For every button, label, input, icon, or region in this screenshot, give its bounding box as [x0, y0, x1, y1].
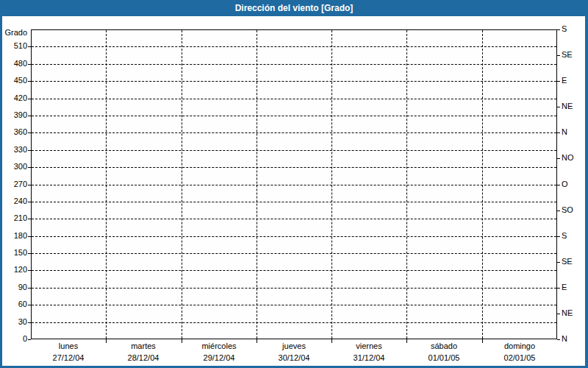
x-day-label: sábado	[406, 342, 481, 351]
y-right-tick	[557, 185, 560, 185]
y-tick-label-left: 120	[0, 265, 27, 275]
h-gridline	[32, 132, 556, 133]
h-gridline	[32, 288, 556, 289]
y-tick-label-left: 450	[0, 76, 27, 85]
y-right-tick	[557, 314, 560, 314]
chart-canvas: 0306090120150180210240270300330360390420…	[0, 0, 588, 368]
x-day-label: martes	[106, 342, 181, 351]
y-left-tick	[28, 339, 31, 340]
y-tick-label-right: NE	[562, 102, 573, 111]
x-date-label: 28/12/04	[106, 353, 181, 363]
y-tick-label-left: 300	[0, 162, 27, 171]
chart-window: Dirección del viento [Grado] 03060901201…	[0, 0, 588, 368]
y-right-tick	[557, 236, 560, 237]
y-left-tick	[28, 46, 31, 47]
y-right-tick	[557, 210, 560, 211]
y-left-tick	[28, 236, 31, 237]
x-date-label: 01/01/05	[406, 353, 481, 363]
y-left-tick	[28, 288, 31, 289]
x-day-label: lunes	[31, 342, 106, 351]
h-gridline	[32, 116, 556, 116]
v-gridline	[182, 30, 182, 339]
y-right-tick	[557, 132, 560, 133]
h-gridline	[32, 167, 556, 168]
h-gridline	[32, 46, 556, 47]
y-tick-label-left: 180	[0, 231, 27, 241]
y-left-tick	[28, 219, 31, 219]
y-left-tick	[28, 253, 31, 254]
y-tick-label-left: 240	[0, 197, 27, 206]
h-gridline	[32, 253, 556, 254]
y-right-tick	[557, 55, 560, 56]
v-gridline	[106, 30, 107, 339]
y-tick-label-left: 420	[0, 93, 27, 103]
y-right-tick	[557, 29, 560, 30]
y-tick-label-left: 390	[0, 110, 27, 120]
y-left-tick	[28, 116, 31, 116]
y-tick-label-right: SO	[562, 205, 573, 215]
y-axis-title: Grado	[0, 28, 27, 38]
x-date-label: 02/01/05	[482, 353, 557, 363]
y-tick-label-right: N	[562, 127, 567, 137]
h-gridline	[32, 219, 556, 219]
v-gridline	[257, 30, 257, 339]
v-gridline	[331, 30, 332, 339]
x-date-label: 31/12/04	[331, 353, 406, 363]
y-tick-label-right: SE	[562, 257, 573, 266]
y-tick-label-left: 0	[0, 334, 27, 344]
h-gridline	[32, 305, 556, 305]
y-left-tick	[28, 132, 31, 133]
x-date-label: 29/12/04	[182, 353, 257, 363]
h-gridline	[32, 322, 556, 323]
y-tick-label-left: 480	[0, 59, 27, 68]
h-gridline	[32, 185, 556, 185]
y-tick-label-right: S	[562, 231, 567, 241]
y-left-tick	[28, 305, 31, 305]
y-tick-label-left: 210	[0, 213, 27, 223]
y-tick-label-left: 150	[0, 248, 27, 258]
y-left-tick	[28, 322, 31, 323]
y-left-tick	[28, 167, 31, 168]
y-tick-label-left: 90	[0, 283, 27, 292]
y-tick-label-left: 270	[0, 180, 27, 189]
y-left-tick	[28, 150, 31, 151]
h-gridline	[32, 99, 556, 99]
y-tick-label-left: 30	[0, 317, 27, 327]
h-gridline	[32, 64, 556, 65]
x-day-label: miércoles	[182, 342, 257, 351]
x-day-label: viernes	[331, 342, 406, 351]
y-right-tick	[557, 81, 560, 82]
y-tick-label-right: S	[562, 24, 567, 34]
y-tick-label-right: SE	[562, 50, 573, 60]
y-right-tick	[557, 158, 560, 159]
y-tick-label-left: 60	[0, 300, 27, 309]
y-left-tick	[28, 202, 31, 202]
y-tick-label-right: O	[562, 180, 568, 189]
y-right-tick	[557, 107, 560, 107]
x-date-label: 30/12/04	[257, 353, 331, 363]
v-gridline	[482, 30, 483, 339]
y-right-tick	[557, 262, 560, 263]
v-gridline	[406, 30, 407, 339]
y-right-tick	[557, 288, 560, 289]
y-right-tick	[557, 339, 560, 340]
y-tick-label-left: 330	[0, 145, 27, 155]
y-tick-label-right: NE	[562, 308, 573, 318]
h-gridline	[32, 202, 556, 202]
x-date-label: 27/12/04	[31, 353, 106, 363]
y-tick-label-right: E	[562, 76, 567, 85]
x-day-label: jueves	[257, 342, 331, 351]
y-tick-label-left: 360	[0, 127, 27, 137]
y-tick-label-right: NO	[562, 153, 574, 163]
y-left-tick	[28, 185, 31, 185]
h-gridline	[32, 270, 556, 271]
y-left-tick	[28, 270, 31, 271]
h-gridline	[32, 81, 556, 82]
y-tick-label-right: E	[562, 283, 567, 292]
h-gridline	[32, 150, 556, 151]
y-left-tick	[28, 99, 31, 99]
y-tick-label-right: N	[562, 334, 567, 344]
h-gridline	[32, 236, 556, 237]
y-left-tick	[28, 81, 31, 82]
x-day-label: domingo	[482, 342, 557, 351]
